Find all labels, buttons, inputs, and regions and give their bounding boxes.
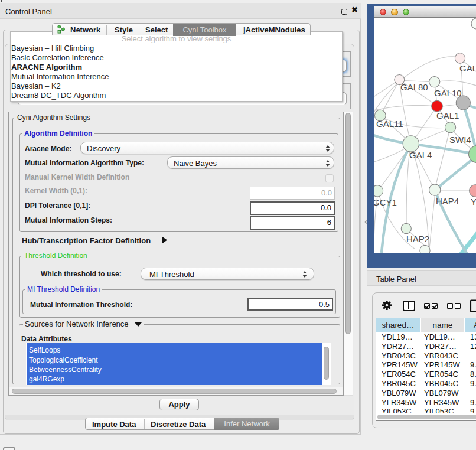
svg-text:GAL10: GAL10	[434, 88, 462, 98]
svg-text:HAP4: HAP4	[436, 196, 459, 206]
svg-text:Y: Y	[471, 197, 476, 207]
svg-text:GCY1: GCY1	[374, 197, 397, 207]
svg-text:GAL1: GAL1	[436, 110, 459, 120]
svg-text:HAP2: HAP2	[406, 234, 429, 244]
svg-text:GAL80: GAL80	[400, 82, 428, 92]
svg-text:GAL11: GAL11	[376, 119, 403, 129]
svg-text:SWI4: SWI4	[449, 135, 471, 145]
svg-text:GAL4: GAL4	[409, 150, 432, 160]
svg-text:GAL: GAL	[459, 63, 476, 73]
